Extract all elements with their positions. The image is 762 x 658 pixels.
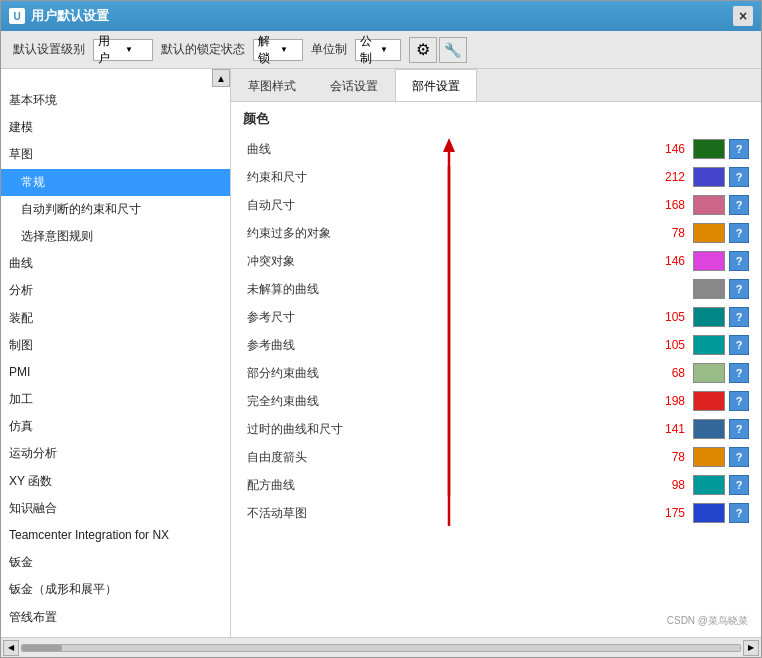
- sidebar-item-simulation[interactable]: 仿真: [1, 413, 230, 440]
- sidebar-item-assembly[interactable]: 装配: [1, 305, 230, 332]
- lock-status-dropdown[interactable]: 解锁 ▼: [253, 39, 303, 61]
- color-swatch-reference-dimension[interactable]: [693, 307, 725, 327]
- color-label-constraint-dimension: 约束和尺寸: [243, 169, 648, 186]
- sidebar-item-sheet-metal-form[interactable]: 钣金（成形和展平）: [1, 576, 230, 603]
- color-row-partial-constraint: 部分约束曲线68?: [239, 360, 753, 386]
- sidebar-item-sheet-metal[interactable]: 钣金: [1, 549, 230, 576]
- color-swatch-unsolved-curve[interactable]: [693, 279, 725, 299]
- sidebar-item-sketch-general[interactable]: 常规: [1, 169, 230, 196]
- color-swatch-conflict-object[interactable]: [693, 251, 725, 271]
- color-row-formula-curve: 配方曲线98?: [239, 472, 753, 498]
- color-label-reference-dimension: 参考尺寸: [243, 309, 648, 326]
- color-help-reference-dimension[interactable]: ?: [729, 307, 749, 327]
- color-number-formula-curve: 98: [648, 478, 693, 492]
- color-label-inactive-sketch: 不活动草图: [243, 505, 648, 522]
- color-swatch-expired-curve[interactable]: [693, 419, 725, 439]
- color-swatch-dof-arrow[interactable]: [693, 447, 725, 467]
- color-row-inactive-sketch: 不活动草图175?: [239, 500, 753, 526]
- toolbar-button-group: ⚙ 🔧: [409, 37, 467, 63]
- color-help-expired-curve[interactable]: ?: [729, 419, 749, 439]
- sidebar-item-motion-analysis[interactable]: 运动分析: [1, 440, 230, 467]
- sidebar-item-analysis[interactable]: 分析: [1, 277, 230, 304]
- tab-session-settings[interactable]: 会话设置: [313, 71, 395, 101]
- color-label-formula-curve: 配方曲线: [243, 477, 648, 494]
- sidebar-item-teamcenter[interactable]: Teamcenter Integration for NX: [1, 522, 230, 549]
- color-rows: 曲线146?约束和尺寸212?自动尺寸168?约束过多的对象78?冲突对象146…: [239, 136, 753, 526]
- settings-icon-btn[interactable]: ⚙: [409, 37, 437, 63]
- color-label-curve: 曲线: [243, 141, 648, 158]
- color-help-auto-dimension[interactable]: ?: [729, 195, 749, 215]
- color-number-auto-dimension: 168: [648, 198, 693, 212]
- color-row-dof-arrow: 自由度箭头78?: [239, 444, 753, 470]
- color-swatch-formula-curve[interactable]: [693, 475, 725, 495]
- tab-sketch-style[interactable]: 草图样式: [231, 71, 313, 101]
- watermark: CSDN @菜鸟晓菜: [663, 612, 752, 630]
- lock-status-label: 默认的锁定状态: [161, 41, 245, 58]
- color-number-curve: 146: [648, 142, 693, 156]
- unit-dropdown[interactable]: 公制 ▼: [355, 39, 401, 61]
- color-help-conflict-object[interactable]: ?: [729, 251, 749, 271]
- scroll-left-arrow[interactable]: ◀: [3, 640, 19, 656]
- sidebar-item-knowledge-fusion[interactable]: 知识融合: [1, 495, 230, 522]
- main-window: U 用户默认设置 × 默认设置级别 用户 ▼ 默认的锁定状态 解锁 ▼ 单位制 …: [0, 0, 762, 658]
- color-help-over-constrained[interactable]: ?: [729, 223, 749, 243]
- color-number-expired-curve: 141: [648, 422, 693, 436]
- color-swatch-auto-dimension[interactable]: [693, 195, 725, 215]
- color-row-constraint-dimension: 约束和尺寸212?: [239, 164, 753, 190]
- color-help-formula-curve[interactable]: ?: [729, 475, 749, 495]
- export-icon-btn[interactable]: 🔧: [439, 37, 467, 63]
- sidebar-item-sketch-intent[interactable]: 选择意图规则: [1, 223, 230, 250]
- color-row-unsolved-curve: 未解算的曲线?: [239, 276, 753, 302]
- color-label-unsolved-curve: 未解算的曲线: [243, 281, 648, 298]
- sidebar-item-basic-env[interactable]: 基本环境: [1, 87, 230, 114]
- color-help-reference-curve[interactable]: ?: [729, 335, 749, 355]
- tab-part-settings[interactable]: 部件设置: [395, 69, 477, 101]
- setting-level-dropdown[interactable]: 用户 ▼: [93, 39, 153, 61]
- color-row-full-constraint: 完全约束曲线198?: [239, 388, 753, 414]
- sidebar-item-ship-design[interactable]: 船舶设计: [1, 631, 230, 637]
- color-swatch-reference-curve[interactable]: [693, 335, 725, 355]
- close-button[interactable]: ×: [733, 6, 753, 26]
- title-bar: U 用户默认设置 ×: [1, 1, 761, 31]
- color-number-conflict-object: 146: [648, 254, 693, 268]
- sidebar-item-sketch-auto-constraint[interactable]: 自动判断的约束和尺寸: [1, 196, 230, 223]
- color-help-unsolved-curve[interactable]: ?: [729, 279, 749, 299]
- color-swatch-partial-constraint[interactable]: [693, 363, 725, 383]
- sidebar-item-xy-function[interactable]: XY 函数: [1, 468, 230, 495]
- color-label-dof-arrow: 自由度箭头: [243, 449, 648, 466]
- sidebar-item-drafting[interactable]: 制图: [1, 332, 230, 359]
- color-help-partial-constraint[interactable]: ?: [729, 363, 749, 383]
- lock-status-value: 解锁: [258, 33, 276, 67]
- color-label-full-constraint: 完全约束曲线: [243, 393, 648, 410]
- sidebar-scroll-up[interactable]: ▲: [212, 69, 230, 87]
- sidebar-item-modeling[interactable]: 建模: [1, 114, 230, 141]
- color-swatch-inactive-sketch[interactable]: [693, 503, 725, 523]
- unit-label: 单位制: [311, 41, 347, 58]
- color-label-over-constrained: 约束过多的对象: [243, 225, 648, 242]
- color-label-partial-constraint: 部分约束曲线: [243, 365, 648, 382]
- color-row-curve: 曲线146?: [239, 136, 753, 162]
- sidebar-item-pipe-routing[interactable]: 管线布置: [1, 604, 230, 631]
- window-title: 用户默认设置: [31, 7, 733, 25]
- color-label-auto-dimension: 自动尺寸: [243, 197, 648, 214]
- color-help-dof-arrow[interactable]: ?: [729, 447, 749, 467]
- sidebar-item-pmi[interactable]: PMI: [1, 359, 230, 386]
- color-number-constraint-dimension: 212: [648, 170, 693, 184]
- setting-level-value: 用户: [98, 33, 121, 67]
- sidebar-item-sketch[interactable]: 草图: [1, 141, 230, 168]
- color-swatch-curve[interactable]: [693, 139, 725, 159]
- color-swatch-over-constrained[interactable]: [693, 223, 725, 243]
- color-label-reference-curve: 参考曲线: [243, 337, 648, 354]
- color-row-expired-curve: 过时的曲线和尺寸141?: [239, 416, 753, 442]
- sidebar-item-machining[interactable]: 加工: [1, 386, 230, 413]
- color-help-constraint-dimension[interactable]: ?: [729, 167, 749, 187]
- color-swatch-full-constraint[interactable]: [693, 391, 725, 411]
- scroll-right-arrow[interactable]: ▶: [743, 640, 759, 656]
- scroll-track[interactable]: [21, 644, 741, 652]
- color-help-inactive-sketch[interactable]: ?: [729, 503, 749, 523]
- color-help-full-constraint[interactable]: ?: [729, 391, 749, 411]
- color-help-curve[interactable]: ?: [729, 139, 749, 159]
- sidebar-item-curve[interactable]: 曲线: [1, 250, 230, 277]
- color-row-reference-dimension: 参考尺寸105?: [239, 304, 753, 330]
- color-swatch-constraint-dimension[interactable]: [693, 167, 725, 187]
